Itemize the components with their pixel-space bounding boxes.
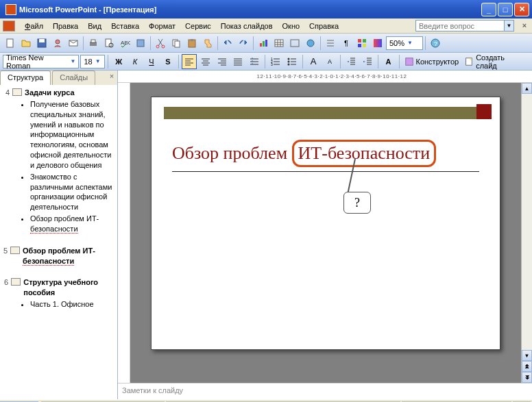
outline-pane: Структура Слайды × 4 Задачи курса Получе…: [0, 71, 118, 399]
close-button[interactable]: ✕: [514, 3, 529, 16]
designer-button[interactable]: Конструктор: [402, 57, 461, 66]
svg-rect-24: [363, 39, 366, 42]
outline-bullet[interactable]: Обзор проблем ИТ-безопасности: [30, 214, 116, 234]
redo-icon[interactable]: [236, 36, 251, 51]
slide-area: 12·11·10·9·8·7·6·5·4·3·2·1·0·1·2·3·4·5·6…: [118, 71, 532, 399]
menu-slideshow[interactable]: Показ слайдов: [217, 21, 277, 32]
formatting-toolbar: Times New Roman▼ 18▼ Ж К Ч S 123 A A A К…: [0, 53, 532, 71]
svg-rect-10: [137, 40, 144, 47]
slide-canvas[interactable]: Обзор проблем ИТ-безопасности ?: [130, 83, 521, 383]
svg-rect-18: [263, 41, 265, 47]
decrease-font-icon[interactable]: A: [322, 54, 337, 69]
menu-insert[interactable]: Вставка: [107, 21, 143, 32]
menu-edit[interactable]: Правка: [49, 21, 82, 32]
outline-bullet[interactable]: Получение базовых специальных знаний, ум…: [30, 99, 116, 171]
scroll-up-icon[interactable]: ▲: [522, 83, 532, 94]
underline-icon[interactable]: Ч: [144, 54, 159, 69]
new-slide-button[interactable]: Создать слайд: [462, 53, 529, 70]
minimize-button[interactable]: _: [481, 3, 496, 16]
next-slide-icon[interactable]: ⯯: [522, 372, 532, 383]
paste-icon[interactable]: [184, 36, 200, 51]
callout-box[interactable]: ?: [343, 192, 371, 214]
numbering-icon[interactable]: 123: [268, 54, 283, 69]
menu-help[interactable]: Справка: [305, 21, 343, 32]
color-icon[interactable]: [370, 36, 385, 51]
callout-leader: [348, 159, 356, 192]
callout-shape[interactable]: ?: [343, 159, 391, 214]
align-center-icon[interactable]: [198, 54, 213, 69]
undo-icon[interactable]: [220, 36, 235, 51]
svg-rect-17: [260, 43, 262, 47]
menu-service[interactable]: Сервис: [181, 21, 215, 32]
scroll-track[interactable]: [522, 94, 532, 350]
fontsize-combo[interactable]: 18▼: [80, 55, 105, 68]
powerpoint-icon[interactable]: [3, 21, 15, 32]
svg-rect-14: [175, 41, 180, 47]
outline-slide-4[interactable]: 4 Задачи курса: [1, 88, 116, 98]
distribute-icon[interactable]: [247, 54, 262, 69]
outline-tree[interactable]: 4 Задачи курса Получение базовых специал…: [0, 85, 117, 399]
doc-close-button[interactable]: ×: [520, 21, 529, 31]
bullets-icon[interactable]: [285, 54, 300, 69]
vertical-scrollbar[interactable]: ▲ ▼ ⯭ ⯯: [521, 83, 532, 383]
tabs-close-icon[interactable]: ×: [106, 71, 117, 85]
research-icon[interactable]: [133, 36, 148, 51]
decrease-indent-icon[interactable]: [343, 54, 359, 69]
show-formatting-icon[interactable]: ¶: [339, 36, 354, 51]
show-grid-icon[interactable]: [354, 36, 370, 51]
align-justify-icon[interactable]: [230, 54, 245, 69]
svg-point-22: [307, 40, 314, 47]
insert-chart-icon[interactable]: [256, 36, 271, 51]
outline-bullet[interactable]: Знакомство с различными аспектами органи…: [30, 172, 116, 212]
ask-question-input[interactable]: [415, 20, 505, 32]
new-icon[interactable]: [3, 36, 18, 51]
insert-hyperlink-icon[interactable]: [303, 36, 318, 51]
copy-icon[interactable]: [169, 36, 184, 51]
notes-pane[interactable]: Заметки к слайду: [118, 383, 532, 399]
menu-format[interactable]: Формат: [145, 21, 180, 32]
save-icon[interactable]: [34, 36, 49, 51]
vertical-ruler[interactable]: [118, 83, 130, 383]
menu-file[interactable]: Файл: [21, 21, 47, 32]
status-bar: Слайд 5 из 21 Квадрант русский (Россия): [0, 399, 532, 402]
print-icon[interactable]: [86, 36, 101, 51]
insert-table-icon[interactable]: [271, 36, 287, 51]
permission-icon[interactable]: [50, 36, 65, 51]
tables-borders-icon[interactable]: [287, 36, 302, 51]
help-icon[interactable]: ?: [428, 36, 443, 51]
italic-icon[interactable]: К: [128, 54, 143, 69]
font-combo[interactable]: Times New Roman▼: [3, 55, 79, 68]
open-icon[interactable]: [19, 36, 34, 51]
align-right-icon[interactable]: [215, 54, 230, 69]
tab-slides[interactable]: Слайды: [52, 71, 95, 85]
outline-bullet[interactable]: Часть 1. Офисное: [30, 299, 116, 310]
format-painter-icon[interactable]: [200, 36, 215, 51]
increase-font-icon[interactable]: A: [306, 54, 321, 69]
shadow-icon[interactable]: S: [160, 54, 176, 69]
decorative-square: [476, 104, 492, 119]
slide[interactable]: Обзор проблем ИТ-безопасности ?: [151, 97, 500, 350]
cut-icon[interactable]: [153, 36, 168, 51]
font-color-icon[interactable]: A: [381, 54, 396, 69]
horizontal-ruler[interactable]: 12·11·10·9·8·7·6·5·4·3·2·1·0·1·2·3·4·5·6…: [118, 71, 532, 83]
align-left-icon[interactable]: [182, 54, 197, 69]
prev-slide-icon[interactable]: ⯭: [522, 361, 532, 372]
bold-icon[interactable]: Ж: [111, 54, 126, 69]
scroll-down-icon[interactable]: ▼: [522, 350, 532, 361]
slide-title[interactable]: Обзор проблем ИТ-безопасности: [152, 119, 500, 170]
ask-dropdown-icon[interactable]: ▼: [505, 20, 514, 32]
menu-window[interactable]: Окно: [278, 21, 304, 32]
outline-slide-6[interactable]: 6 Структура учебного пособия: [1, 277, 116, 298]
svg-point-33: [288, 58, 290, 60]
zoom-combo[interactable]: 50%▼: [386, 36, 423, 50]
spellcheck-icon[interactable]: ABC: [117, 36, 132, 51]
preview-icon[interactable]: [101, 36, 117, 51]
maximize-button[interactable]: □: [498, 3, 513, 16]
email-icon[interactable]: [66, 36, 81, 51]
increase-indent-icon[interactable]: [360, 54, 375, 69]
menu-view[interactable]: Вид: [84, 21, 106, 32]
tab-outline[interactable]: Структура: [0, 71, 51, 85]
outline-slide-5[interactable]: 5 Обзор проблем ИТ-безопасности: [1, 246, 116, 266]
slide-icon: [10, 247, 20, 254]
expand-all-icon[interactable]: [323, 36, 338, 51]
